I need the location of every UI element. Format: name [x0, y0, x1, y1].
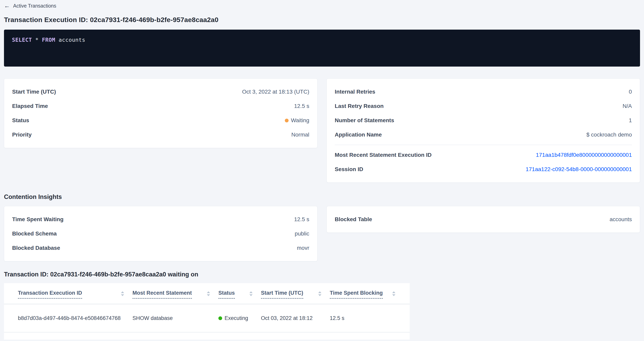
- sql-table-name: accounts: [59, 37, 85, 43]
- cell-most-recent-statement: SHOW database: [132, 315, 218, 321]
- waiting-on-table: Transaction Execution ID Most Recent Sta…: [4, 283, 410, 340]
- blocked-table-row: Blocked Table accounts: [335, 212, 632, 227]
- internal-retries-value: 0: [629, 89, 632, 95]
- column-header-label: Most Recent Statement: [132, 290, 192, 299]
- card-divider: [335, 145, 632, 145]
- back-label: Active Transactions: [13, 3, 56, 9]
- priority-row: Priority Normal: [12, 128, 309, 142]
- waiting-on-heading: Transaction ID: 02ca7931-f246-469b-b2fe-…: [4, 271, 640, 278]
- start-time-label: Start Time (UTC): [12, 89, 56, 95]
- top-cards-row: Start Time (UTC) Oct 3, 2022 at 18:13 (U…: [4, 78, 640, 183]
- column-header-label: Time Spent Blocking: [330, 290, 383, 299]
- contention-insights-heading: Contention Insights: [4, 193, 640, 201]
- status-value: Waiting: [285, 117, 309, 124]
- page-title: Transaction Execution ID: 02ca7931-f246-…: [4, 16, 640, 24]
- table-row: b8d7d03a-d497-446b-8474-e50846674768 SHO…: [4, 304, 410, 333]
- sort-icon[interactable]: [249, 291, 253, 297]
- internal-retries-row: Internal Retries 0: [335, 85, 632, 99]
- active-transaction-details-page: ← Active Transactions Transaction Execut…: [0, 0, 644, 340]
- time-spent-waiting-row: Time Spent Waiting 12.5 s: [12, 212, 309, 227]
- status-row: Status Waiting: [12, 113, 309, 128]
- last-retry-reason-value: N/A: [622, 103, 632, 109]
- blocked-database-row: Blocked Database movr: [12, 241, 309, 255]
- back-arrow-icon: ←: [4, 3, 10, 9]
- sort-icon[interactable]: [120, 291, 124, 297]
- column-header-start-time[interactable]: Start Time (UTC): [261, 290, 330, 304]
- application-name-row: Application Name $ cockroach demo: [335, 128, 632, 142]
- blocked-table-label: Blocked Table: [335, 216, 372, 223]
- sort-icon[interactable]: [206, 291, 210, 297]
- number-of-statements-value: 1: [629, 117, 632, 124]
- last-retry-reason-row: Last Retry Reason N/A: [335, 99, 632, 113]
- sql-box: SELECT * FROM accounts: [4, 30, 640, 66]
- blocked-database-value: movr: [297, 245, 309, 251]
- internal-retries-label: Internal Retries: [335, 89, 375, 95]
- statement-execution-id-label: Most Recent Statement Execution ID: [335, 152, 432, 158]
- start-time-row: Start Time (UTC) Oct 3, 2022 at 18:13 (U…: [12, 85, 309, 99]
- sql-statement: SELECT * FROM accounts: [12, 37, 85, 43]
- executing-status-dot-icon: [218, 316, 222, 320]
- elapsed-time-row: Elapsed Time 12.5 s: [12, 99, 309, 113]
- sql-keyword-from: FROM: [42, 37, 55, 43]
- number-of-statements-label: Number of Statements: [335, 117, 394, 124]
- session-id-label: Session ID: [335, 166, 363, 172]
- status-value-text: Waiting: [291, 117, 309, 124]
- sql-space: [32, 37, 36, 43]
- blocked-database-label: Blocked Database: [12, 245, 60, 251]
- blocked-schema-row: Blocked Schema public: [12, 227, 309, 241]
- column-header-label: Start Time (UTC): [261, 290, 303, 299]
- statement-execution-id-row: Most Recent Statement Execution ID 171aa…: [335, 148, 632, 162]
- number-of-statements-row: Number of Statements 1: [335, 113, 632, 128]
- contention-right-card: Blocked Table accounts: [326, 206, 640, 233]
- status-label: Status: [12, 117, 29, 124]
- application-name-label: Application Name: [335, 132, 382, 138]
- back-button[interactable]: ← Active Transactions: [4, 3, 56, 9]
- time-spent-waiting-label: Time Spent Waiting: [12, 216, 64, 223]
- session-id-link[interactable]: 171aa122-c092-54b8-0000-000000000001: [526, 166, 632, 172]
- time-spent-waiting-value: 12.5 s: [294, 216, 309, 223]
- waiting-status-dot-icon: [285, 119, 288, 122]
- session-id-row: Session ID 171aa122-c092-54b8-0000-00000…: [335, 162, 632, 176]
- contention-cards-row: Time Spent Waiting 12.5 s Blocked Schema…: [4, 206, 640, 261]
- start-time-value: Oct 3, 2022 at 18:13 (UTC): [242, 89, 309, 95]
- column-header-status[interactable]: Status: [218, 290, 261, 304]
- cell-time-spent-blocking: 12.5 s: [330, 315, 404, 321]
- application-name-value: $ cockroach demo: [586, 132, 632, 138]
- column-header-label: Status: [218, 290, 235, 299]
- last-retry-reason-label: Last Retry Reason: [335, 103, 384, 109]
- statement-execution-id-link[interactable]: 171aa1b478fdf0e80000000000000001: [536, 152, 632, 158]
- summary-card: Start Time (UTC) Oct 3, 2022 at 18:13 (U…: [4, 78, 318, 148]
- column-header-transaction-execution-id[interactable]: Transaction Execution ID: [18, 290, 132, 304]
- elapsed-time-value: 12.5 s: [294, 103, 309, 109]
- cell-status: Executing: [218, 315, 261, 321]
- sql-keyword-select: SELECT: [12, 37, 32, 43]
- column-header-label: Transaction Execution ID: [18, 290, 82, 299]
- cell-start-time: Oct 03, 2022 at 18:12: [261, 315, 330, 321]
- column-header-time-spent-blocking[interactable]: Time Spent Blocking: [330, 290, 404, 304]
- elapsed-time-label: Elapsed Time: [12, 103, 48, 109]
- sql-star: *: [35, 37, 38, 43]
- blocked-schema-value: public: [295, 231, 309, 237]
- sort-icon[interactable]: [392, 291, 396, 297]
- table-header-row: Transaction Execution ID Most Recent Sta…: [4, 283, 410, 304]
- priority-value: Normal: [291, 132, 309, 138]
- blocked-table-value: accounts: [610, 216, 632, 223]
- priority-label: Priority: [12, 132, 32, 138]
- sort-icon[interactable]: [318, 291, 322, 297]
- cell-status-text: Executing: [224, 315, 248, 321]
- contention-left-card: Time Spent Waiting 12.5 s Blocked Schema…: [4, 206, 318, 261]
- cell-transaction-execution-id: b8d7d03a-d497-446b-8474-e50846674768: [18, 315, 132, 321]
- blocked-schema-label: Blocked Schema: [12, 231, 57, 237]
- details-card: Internal Retries 0 Last Retry Reason N/A…: [326, 78, 640, 183]
- column-header-most-recent-statement[interactable]: Most Recent Statement: [132, 290, 218, 304]
